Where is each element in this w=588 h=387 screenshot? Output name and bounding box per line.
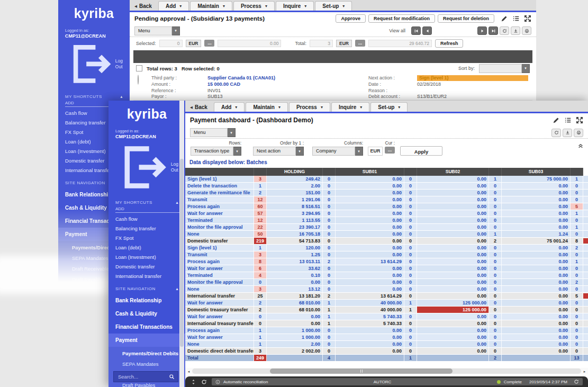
table-row[interactable]: International transfer2513 181.20213 614…: [185, 293, 588, 300]
count-cell[interactable]: 2: [571, 279, 583, 285]
count-cell[interactable]: 0: [489, 210, 502, 217]
count-cell[interactable]: 0: [404, 245, 417, 251]
amount-cell[interactable]: 0.00: [502, 341, 571, 347]
count-cell[interactable]: 0: [489, 313, 502, 320]
request-for-modification-button[interactable]: Request for modification: [368, 14, 435, 23]
amount-cell[interactable]: 0.00: [336, 286, 404, 292]
count-cell[interactable]: 0: [489, 327, 502, 334]
count-cell[interactable]: 0: [571, 341, 583, 347]
count-cell[interactable]: 0: [404, 341, 417, 347]
amount-cell[interactable]: 8 516.51: [267, 203, 323, 210]
table-row[interactable]: Process again608 516.5100.0000.0000.005: [185, 203, 588, 210]
selected-currency-box[interactable]: EUR: [186, 40, 202, 47]
count-cell[interactable]: 0: [323, 327, 336, 334]
amount-cell[interactable]: 75 001.24: [502, 238, 571, 244]
tab-inquire[interactable]: Inquire: [276, 1, 314, 11]
amount-cell[interactable]: 0.00: [336, 245, 404, 251]
count-cell[interactable]: 0: [571, 307, 583, 313]
amount-cell[interactable]: 0.00: [502, 293, 571, 299]
amount-cell[interactable]: 0.00: [417, 293, 489, 299]
amount-cell[interactable]: 0.00: [336, 217, 404, 223]
count-cell[interactable]: 1: [254, 245, 267, 251]
count-cell[interactable]: 0: [489, 217, 502, 223]
amount-cell[interactable]: 0.00: [417, 348, 489, 354]
count-cell[interactable]: 0: [323, 176, 336, 182]
count-cell[interactable]: 1: [404, 307, 417, 313]
column-header-sub01[interactable]: SUB01: [336, 168, 404, 176]
count-cell[interactable]: 0: [254, 313, 267, 320]
amount-cell[interactable]: 0.00: [267, 313, 323, 320]
count-cell[interactable]: 0: [571, 183, 583, 189]
table-row[interactable]: Sign (level 1)3249.4200.0000.00175 000.0…: [185, 176, 588, 183]
amount-cell[interactable]: 68 010.00: [267, 307, 323, 313]
count-cell[interactable]: 3: [254, 251, 267, 258]
table-row[interactable]: Domestic treasury transfer268 010.00140 …: [185, 307, 588, 313]
amount-cell[interactable]: 0.00: [502, 210, 571, 217]
amount-cell[interactable]: 0.00: [336, 238, 404, 244]
count-cell[interactable]: 2: [489, 355, 502, 361]
count-cell[interactable]: 2: [254, 300, 267, 306]
menu-dropdown[interactable]: Menu: [190, 128, 236, 137]
amount-cell[interactable]: 0.00: [502, 265, 571, 272]
sort-by-dropdown[interactable]: [479, 64, 530, 73]
selected-count-field[interactable]: 0: [159, 40, 183, 47]
count-cell[interactable]: 0: [404, 183, 417, 189]
task-refresh-icon[interactable]: [201, 379, 207, 385]
my-shortcuts-header[interactable]: MY SHORTCUTS: [58, 88, 130, 101]
tab-set-up[interactable]: Set-up: [315, 1, 352, 11]
count-cell[interactable]: 0: [571, 190, 583, 196]
amount-cell[interactable]: 0.00: [502, 327, 571, 334]
table-row[interactable]: None12.0000.0000.0000.000: [185, 341, 588, 348]
sidebar-item-payments-direct-debits[interactable]: Payments/Direct Debits: [108, 348, 185, 358]
sidebar-item-cash-liquidity[interactable]: Cash & Liquidity: [108, 307, 185, 320]
amount-cell[interactable]: 13 181.20: [267, 293, 323, 299]
amount-cell[interactable]: 0.00: [417, 313, 489, 320]
search-input[interactable]: [117, 373, 167, 380]
columns-dropdown[interactable]: Company: [312, 147, 363, 156]
count-cell[interactable]: 0: [404, 176, 417, 182]
count-cell[interactable]: 1: [404, 300, 417, 306]
amount-cell[interactable]: 0.00: [336, 196, 404, 203]
sidebar-search-box[interactable]: [113, 371, 178, 382]
count-cell[interactable]: 1: [489, 176, 502, 182]
count-cell[interactable]: 6: [254, 265, 267, 272]
amount-cell[interactable]: [502, 355, 571, 361]
count-cell[interactable]: 0: [489, 272, 502, 278]
amount-cell[interactable]: 0.00: [417, 176, 489, 182]
amount-cell[interactable]: 0.00: [502, 279, 571, 285]
amount-cell[interactable]: [267, 355, 323, 361]
chevron-down-icon[interactable]: [233, 147, 241, 156]
count-cell[interactable]: 0: [571, 313, 583, 320]
scroll-right-arrow[interactable]: [582, 369, 587, 374]
count-cell[interactable]: 0: [571, 217, 583, 223]
amount-cell[interactable]: 0.00: [417, 190, 489, 196]
count-cell[interactable]: 1: [489, 231, 502, 237]
count-cell[interactable]: 0: [489, 348, 502, 354]
table-row[interactable]: Process again11 000.0000.0000.0000.000: [185, 327, 588, 334]
tab-process[interactable]: Process: [233, 1, 275, 11]
count-cell[interactable]: 0: [489, 203, 502, 210]
approve-button[interactable]: Approve: [336, 14, 366, 23]
count-cell[interactable]: 0: [404, 251, 417, 258]
count-cell[interactable]: 0: [571, 251, 583, 258]
prev-button[interactable]: [422, 26, 432, 35]
my-shortcuts-header[interactable]: MY SHORTCUTS: [108, 194, 185, 206]
amount-cell[interactable]: 0.00: [502, 300, 571, 306]
table-row[interactable]: Total24941213: [185, 355, 588, 362]
count-cell[interactable]: 0: [323, 190, 336, 196]
shortcut-fx-spot[interactable]: FX Spot: [108, 233, 185, 242]
table-row[interactable]: Wait for answer11 000.0000.0000.0000.000: [185, 334, 588, 341]
count-cell[interactable]: 1: [254, 183, 267, 189]
count-cell[interactable]: 0: [489, 293, 502, 299]
amount-cell[interactable]: 0.00: [417, 272, 489, 278]
count-cell[interactable]: 1: [323, 300, 336, 306]
count-cell[interactable]: 0: [404, 224, 417, 230]
count-cell[interactable]: 0: [323, 272, 336, 278]
amount-cell[interactable]: 2 002.00: [267, 348, 323, 354]
pencil-icon[interactable]: [553, 116, 560, 124]
list-icon[interactable]: [564, 116, 572, 124]
amount-cell[interactable]: 68 010.00: [267, 300, 323, 306]
chevron-down-icon[interactable]: [355, 147, 363, 156]
shortcut-balancing-transfer[interactable]: Balancing transfer: [108, 223, 185, 233]
sidebar-item-payment[interactable]: Payment: [108, 334, 185, 347]
